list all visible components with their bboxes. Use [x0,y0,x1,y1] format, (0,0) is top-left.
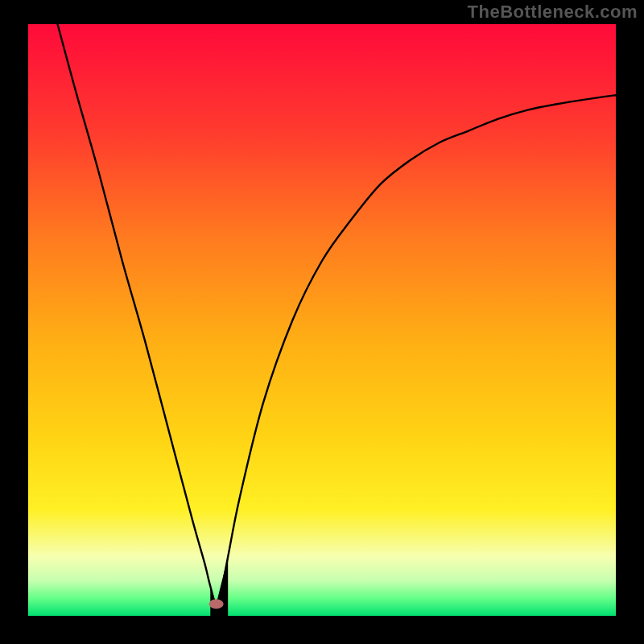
watermark-text: TheBottleneck.com [468,2,638,23]
plot-background [28,24,616,616]
minimum-marker [209,599,224,609]
bottleneck-chart [0,0,644,644]
chart-frame: TheBottleneck.com [0,0,644,644]
